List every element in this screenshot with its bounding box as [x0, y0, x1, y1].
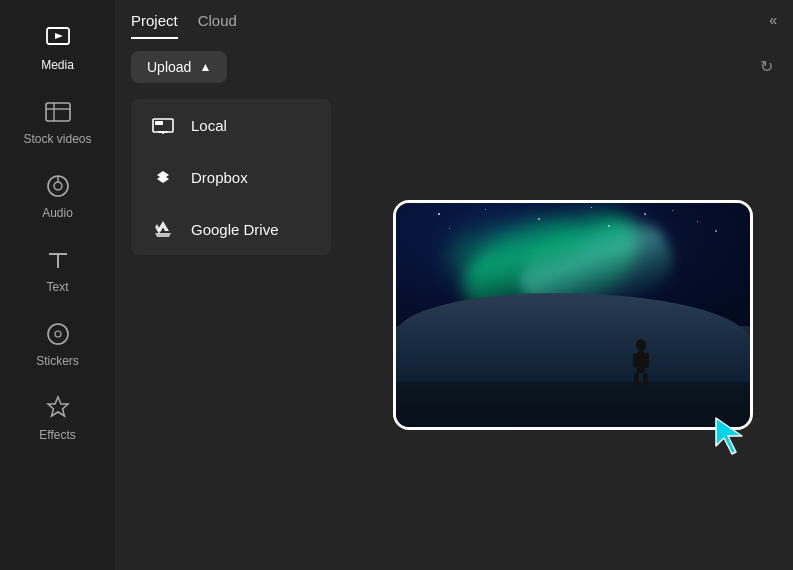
upload-section: Upload ▲ ↻: [115, 39, 793, 95]
audio-icon: [42, 170, 74, 202]
google-drive-icon: [151, 217, 175, 241]
aurora-scene: [396, 203, 750, 427]
sidebar-item-text[interactable]: Text: [0, 232, 115, 306]
dropbox-icon: [151, 165, 175, 189]
local-icon: [151, 113, 175, 137]
sidebar-item-audio[interactable]: Audio: [0, 158, 115, 232]
text-icon: [42, 244, 74, 276]
sidebar-item-audio-label: Audio: [42, 206, 73, 220]
svg-rect-20: [643, 373, 648, 385]
sidebar-item-text-label: Text: [46, 280, 68, 294]
tab-project[interactable]: Project: [131, 12, 178, 39]
dropdown-local-label: Local: [191, 117, 227, 134]
media-icon: [42, 22, 74, 54]
sidebar-item-stock-videos-label: Stock videos: [23, 132, 91, 146]
svg-rect-13: [153, 119, 173, 132]
svg-rect-2: [46, 103, 70, 121]
upload-dropdown: Local Dropbox Google Drive: [131, 99, 331, 255]
svg-point-6: [54, 182, 62, 190]
svg-point-17: [636, 339, 646, 351]
svg-rect-14: [155, 121, 163, 125]
dropdown-item-local[interactable]: Local: [131, 99, 331, 151]
svg-rect-19: [634, 373, 639, 385]
upload-label: Upload: [147, 59, 191, 75]
image-preview-container: [393, 200, 763, 440]
svg-marker-12: [48, 397, 68, 416]
image-preview: [393, 200, 753, 430]
dropdown-item-google-drive[interactable]: Google Drive: [131, 203, 331, 255]
sidebar-item-effects-label: Effects: [39, 428, 75, 442]
refresh-button[interactable]: ↻: [760, 57, 773, 76]
stickers-icon: [42, 318, 74, 350]
tab-cloud[interactable]: Cloud: [198, 12, 237, 39]
sidebar-item-effects[interactable]: Effects: [0, 380, 115, 454]
sidebar-item-stock-videos[interactable]: Stock videos: [0, 84, 115, 158]
chevron-up-icon: ▲: [199, 60, 211, 74]
sidebar: Media Stock videos Audio: [0, 0, 115, 570]
stock-videos-icon: [42, 96, 74, 128]
sidebar-item-media[interactable]: Media: [0, 10, 115, 84]
collapse-button[interactable]: «: [769, 12, 777, 28]
effects-icon: [42, 392, 74, 424]
svg-rect-18: [637, 351, 645, 373]
dropdown-google-drive-label: Google Drive: [191, 221, 279, 238]
cursor-arrow: [708, 410, 753, 455]
sidebar-item-stickers-label: Stickers: [36, 354, 79, 368]
dropdown-item-dropbox[interactable]: Dropbox: [131, 151, 331, 203]
svg-point-10: [48, 324, 68, 344]
svg-rect-22: [645, 353, 649, 368]
upload-button[interactable]: Upload ▲: [131, 51, 227, 83]
person-silhouette: [631, 337, 651, 387]
dropdown-dropbox-label: Dropbox: [191, 169, 248, 186]
main-panel: Project Cloud « Upload ▲ ↻ Local: [115, 0, 793, 570]
sidebar-item-stickers[interactable]: Stickers: [0, 306, 115, 380]
tabs-bar: Project Cloud «: [115, 0, 793, 39]
sidebar-item-media-label: Media: [41, 58, 74, 72]
svg-marker-1: [55, 33, 63, 39]
svg-point-11: [55, 331, 61, 337]
svg-rect-21: [633, 353, 637, 368]
